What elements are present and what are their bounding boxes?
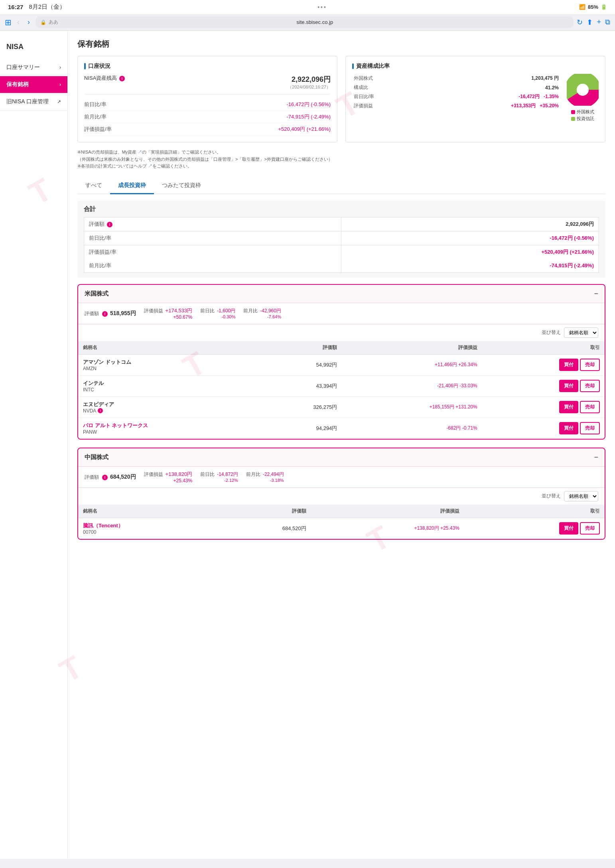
gain-rate-tencent: +25.43% xyxy=(440,525,459,531)
nisa-balance-row: NISA資産残高 ! 2,922,096円 （2024/08/02,16:27） xyxy=(84,75,331,95)
trade-cell-panw: 買付 売却 xyxy=(482,418,605,439)
china-table-header-row: 銘柄名 評価額 評価損益 取引 xyxy=(78,505,605,518)
legend-dot-foreign xyxy=(571,110,575,114)
add-tab-icon[interactable]: + xyxy=(597,18,601,26)
tabs-icon[interactable]: ⧉ xyxy=(605,18,610,26)
stock-gain-nvda: +185,155円 +131.20% xyxy=(342,397,482,418)
back-button[interactable]: ‹ xyxy=(15,16,22,28)
sell-button-amzn[interactable]: 売却 xyxy=(580,359,600,371)
status-dots: ••• xyxy=(317,4,327,10)
chart-legend: 外国株式 投資信託 xyxy=(571,109,594,122)
china-stock-title: 中国株式 xyxy=(85,454,108,461)
china-day-rate: -2.12% xyxy=(224,478,238,483)
china-stock-table: 銘柄名 評価額 評価損益 取引 騰訊（Tencent） 00700 684,52… xyxy=(78,505,605,539)
summary-cell-day: 前日比/率 xyxy=(84,231,341,245)
asset-composition-panel: 資産構成比率 外国株式 1,203,475 円 構成比 41.2% xyxy=(345,56,605,142)
url-display: site.sbisec.co.jp xyxy=(61,19,569,25)
tab-growth[interactable]: 成長投資枠 xyxy=(110,178,154,194)
ratio-value: 41.2% xyxy=(418,83,560,92)
summary-grid: 評価額 ! 2,922,096円 前日比/率 -16,472円 (-0.56%)… xyxy=(84,217,599,273)
nisa-balance-value: 2,922,096円 （2024/08/02,16:27） xyxy=(288,75,331,90)
gain-rate-intc: -33.03% xyxy=(459,383,477,389)
lock-icon: 🔒 xyxy=(40,20,46,25)
sidebar-toggle-icon[interactable]: ⊞ xyxy=(5,18,12,27)
chevron-icon-0: › xyxy=(59,65,61,70)
table-row: インテル INTC 43,394円 -21,406円 -33.03% 買付 売却 xyxy=(78,375,605,397)
stock-name-en-panw: PANW xyxy=(83,429,256,435)
summary-eval-label: 評価額 ! xyxy=(89,221,112,227)
china-gain-value: +138,820円 xyxy=(166,471,193,478)
stock-price-amzn: 54,992円 xyxy=(260,354,342,375)
stat-row-1: 前月比/率 -74,915円 (-2.49%) xyxy=(84,111,331,123)
summary-cell-month: 前月比/率 xyxy=(84,259,341,272)
gain-value-nvda: +185,155円 xyxy=(430,404,454,410)
forward-button[interactable]: › xyxy=(25,16,32,28)
share-icon[interactable]: ⬆ xyxy=(587,18,593,27)
status-icons: 📶 85% 🔋 xyxy=(579,4,607,10)
us-day-change-item: 前日比 -1,600円 -0.30% xyxy=(200,308,235,319)
sell-button-tencent[interactable]: 売却 xyxy=(580,522,600,535)
summary-title: 合計 xyxy=(84,205,599,213)
china-collapse-button[interactable]: − xyxy=(594,453,598,462)
stat-row-2: 評価損益/率 +520,409円 (+21.66%) xyxy=(84,123,331,136)
gain-rate-amzn: +26.34% xyxy=(458,362,477,367)
us-collapse-button[interactable]: − xyxy=(594,290,598,298)
trade-cell-intc: 買付 売却 xyxy=(482,375,605,397)
sell-button-panw[interactable]: 売却 xyxy=(580,422,600,434)
account-status-panel: 口座状況 NISA資産残高 ! 2,922,096円 （2024/08/02,1… xyxy=(77,56,337,142)
stock-name-ja-tencent: 騰訊（Tencent） xyxy=(83,522,213,529)
china-col-gain: 評価損益 xyxy=(311,505,464,518)
day-change-label: 前日比/率 xyxy=(352,92,418,101)
us-table-header-row: 銘柄名 評価額 評価損益 取引 xyxy=(78,341,605,355)
buy-button-panw[interactable]: 買付 xyxy=(559,422,578,434)
sell-button-nvda[interactable]: 売却 xyxy=(580,401,600,413)
my-assets-link[interactable]: ↗ xyxy=(138,150,142,154)
asset-composition-header: 資産構成比率 xyxy=(352,63,599,70)
top-panels: 口座状況 NISA資産残高 ! 2,922,096円 （2024/08/02,1… xyxy=(77,56,605,142)
buy-button-intc[interactable]: 買付 xyxy=(559,380,578,392)
stock-name-ja-intc: インテル xyxy=(83,380,256,387)
nvda-alert-icon: ! xyxy=(98,408,103,413)
us-eval-amount: 評価額 ! 518,955円 xyxy=(85,310,136,317)
china-sort-select[interactable]: 銘柄名順 xyxy=(564,491,598,501)
china-day-value: -14,872円 xyxy=(217,471,238,478)
sidebar-item-account-summary[interactable]: 口座サマリー › xyxy=(0,59,67,76)
address-label: ああ xyxy=(49,19,58,26)
stock-gain-amzn: +11,466円 +26.34% xyxy=(342,354,482,375)
gain-value-panw: -682円 xyxy=(446,425,461,431)
main-content: 保有銘柄 口座状況 NISA資産残高 ! 2,922,096円 （2024/08… xyxy=(68,31,615,859)
sidebar-item-holdings[interactable]: 保有銘柄 › xyxy=(0,76,67,93)
help-link[interactable]: ↗ xyxy=(148,164,152,168)
gain-rate-panw: -0.71% xyxy=(462,425,477,431)
buy-button-tencent[interactable]: 買付 xyxy=(559,522,578,535)
stock-name-en-nvda: NVDA ! xyxy=(83,408,256,414)
asset-value: 1,203,475 円 xyxy=(418,74,560,83)
tab-all[interactable]: すべて xyxy=(77,178,110,194)
us-stock-section: 米国株式 − 評価額 ! 518,955円 評価損益 +174,533円 +50… xyxy=(77,284,605,440)
tab-tsumitate[interactable]: つみたて投資枠 xyxy=(154,178,209,194)
china-day-change-item: 前日比 -14,872円 -2.12% xyxy=(200,471,238,483)
us-sort-select[interactable]: 銘柄名順 xyxy=(564,327,598,338)
sidebar-item-old-nisa[interactable]: 旧NISA 口座管理 ↗ xyxy=(0,93,67,110)
stock-name-ja-amzn: アマゾン ドットコム xyxy=(83,359,256,366)
date-display: 8月2日（金） xyxy=(29,3,65,11)
us-month-change-item: 前月比 -42,960円 -7.64% xyxy=(243,308,281,319)
trade-cell-amzn: 買付 売却 xyxy=(482,354,605,375)
china-col-trade: 取引 xyxy=(464,505,605,518)
stock-name-en-tencent: 00700 xyxy=(83,529,213,535)
china-month-rate: -3.18% xyxy=(270,478,284,483)
us-month-rate: -7.64% xyxy=(267,314,281,319)
us-col-price: 評価額 xyxy=(260,341,342,355)
buy-button-amzn[interactable]: 買付 xyxy=(559,359,578,371)
reload-icon[interactable]: ↻ xyxy=(577,18,583,27)
stock-name-ja-panw: パロ アルト ネットワークス xyxy=(83,422,256,429)
summary-cell-eval-val: 2,922,096円 xyxy=(341,217,599,231)
sell-button-intc[interactable]: 売却 xyxy=(580,380,600,392)
buy-button-nvda[interactable]: 買付 xyxy=(559,401,578,413)
china-eval-amount: 評価額 ! 684,520円 xyxy=(85,473,136,481)
summary-day-value: -16,472円 (-0.56%) xyxy=(550,235,594,241)
asset-name-label: 外国株式 xyxy=(352,74,418,83)
stock-gain-panw: -682円 -0.71% xyxy=(342,418,482,439)
us-gain-item: 評価損益 +174,533円 +50.67% xyxy=(144,307,193,320)
address-bar[interactable]: 🔒 ああ site.sbisec.co.jp xyxy=(35,16,574,28)
